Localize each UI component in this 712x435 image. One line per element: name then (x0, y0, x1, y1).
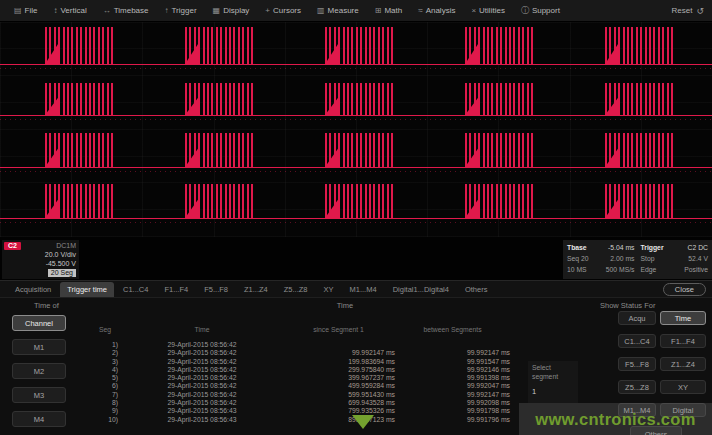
menu-item-timebase[interactable]: ↔Timebase (97, 4, 155, 17)
tab-f1-f4[interactable]: F1...F4 (157, 282, 195, 297)
tab-others[interactable]: Others (458, 282, 495, 297)
channel-badge: C2 (4, 242, 21, 250)
waveform-burst-segment (325, 184, 393, 218)
menu-item-utilities[interactable]: ×Utilities (465, 4, 510, 17)
menu-bar: ▤File↕Vertical↔Timebase↑Trigger▦Display+… (0, 0, 712, 22)
source-button-m4[interactable]: M4 (12, 411, 66, 427)
cell-seg: 2) (88, 349, 122, 357)
menu-item-file[interactable]: ▤File (8, 4, 43, 17)
menu-item-label: Measure (328, 6, 359, 15)
sample-rate: 500 MS/s (606, 264, 635, 275)
watermark-text: www.cntronics.com (535, 410, 695, 429)
source-button-m2[interactable]: M2 (12, 363, 66, 379)
cell-seg: 8) (88, 399, 122, 407)
waveform-burst-segment (605, 133, 673, 167)
cell-seg: 9) (88, 407, 122, 415)
cell-since-segment-1: 299.975840 ms (282, 366, 395, 374)
waveform-burst-segment (45, 133, 113, 167)
menu-item-support[interactable]: ⓘSupport (515, 3, 566, 18)
col-header-since: since Segment 1 (282, 325, 395, 335)
table-header-row: Seg Time since Segment 1 between Segment… (88, 325, 518, 335)
trigger-type: Edge (641, 264, 657, 275)
select-segment-field[interactable]: Select segment 1 (528, 361, 578, 403)
channel-volts-per-div: 20.0 V/div (4, 250, 76, 259)
watermark-triangle-icon (352, 415, 374, 429)
cell-between-segments: 99.992047 ms (395, 382, 510, 390)
table-row: 3)29-April-2015 08:56:42199.983694 ms99.… (88, 358, 518, 366)
analysis-icon: ≈ (418, 6, 422, 15)
trace-dotted-line (0, 171, 712, 172)
trigger-source: C2 DC (688, 242, 708, 253)
status-for-button-f5-f8[interactable]: F5...F8 (618, 357, 656, 371)
menu-item-label: Math (384, 6, 402, 15)
tab-xy[interactable]: XY (317, 282, 341, 297)
waveform-burst-segment (185, 133, 253, 167)
utilities-icon: × (471, 6, 476, 15)
tab-c1-c4[interactable]: C1...C4 (116, 282, 155, 297)
reset-label: Reset (672, 6, 693, 15)
source-button-channel[interactable]: Channel (12, 315, 66, 331)
menu-item-analysis[interactable]: ≈Analysis (412, 4, 461, 17)
tab-trigger-time[interactable]: Trigger time (60, 282, 114, 297)
status-for-button-c1-c4[interactable]: C1...C4 (618, 334, 656, 348)
trigger-label: Trigger (641, 242, 664, 253)
tab-z1-z4[interactable]: Z1...Z4 (237, 282, 275, 297)
menu-item-label: Vertical (60, 6, 86, 15)
tab-z5-z8[interactable]: Z5...Z8 (277, 282, 315, 297)
waveform-burst-segment (185, 184, 253, 218)
trigger-icon: ↑ (165, 6, 169, 15)
cell-between-segments: 99.991798 ms (395, 407, 510, 415)
cell-between-segments (395, 341, 510, 349)
cell-seg: 7) (88, 391, 122, 399)
menu-item-measure[interactable]: ▥Measure (311, 4, 365, 17)
table-body: 1)29-April-2015 08:56:422)29-April-2015 … (88, 341, 518, 424)
menu-item-cursors[interactable]: +Cursors (259, 4, 307, 17)
source-button-m3[interactable]: M3 (12, 387, 66, 403)
channel-descriptor[interactable]: C2 DC1M 20.0 V/div -45.500 V 20 Seg (2, 240, 79, 279)
status-for-button-z5-z8[interactable]: Z5...Z8 (618, 380, 656, 394)
waveform-burst-segment (325, 27, 393, 64)
timebase-trigger-descriptor[interactable]: Tbase -5.04 ms Seq 20 2.00 ms 10 MS 500 … (563, 240, 712, 279)
tab-digital1-digital4[interactable]: Digital1...Digital4 (386, 282, 456, 297)
waveform-burst-segment (45, 184, 113, 218)
status-for-button-time[interactable]: Time (660, 311, 706, 325)
cell-between-segments: 99.992146 ms (395, 366, 510, 374)
menu-item-trigger[interactable]: ↑Trigger (159, 4, 203, 17)
table-row: 8)29-April-2015 08:56:42699.943528 ms99.… (88, 399, 518, 407)
cell-time: 29-April-2015 08:56:42 (122, 399, 282, 407)
menu-item-vertical[interactable]: ↕Vertical (47, 4, 92, 17)
seq-label: Seq 20 (567, 253, 589, 264)
trace-baseline (0, 218, 712, 219)
sample-count: 10 MS (567, 264, 587, 275)
cell-between-segments: 99.991547 ms (395, 358, 510, 366)
col-header-time: Time (122, 325, 282, 335)
status-for-button-f1-f4[interactable]: F1...F4 (660, 334, 706, 348)
waveform-burst-segment (465, 133, 533, 167)
menu-item-math[interactable]: ⊞Math (369, 4, 409, 17)
menu-item-label: Cursors (273, 6, 301, 15)
table-row: 7)29-April-2015 08:56:42599.951430 ms99.… (88, 391, 518, 399)
tab-f5-f8[interactable]: F5...F8 (197, 282, 235, 297)
waveform-burst-segment (465, 83, 533, 115)
cell-between-segments: 99.991398 ms (395, 374, 510, 382)
trigger-mode: Stop (641, 253, 655, 264)
trace-dotted-line (0, 119, 712, 120)
waveform-burst-segment (465, 184, 533, 218)
trace-dotted-line (0, 222, 712, 223)
tab-acquisition[interactable]: Acquisition (8, 282, 58, 297)
trace-baseline (0, 64, 712, 65)
table-row: 10)29-April-2015 08:56:43899.927123 ms99… (88, 416, 518, 424)
menu-item-label: Trigger (172, 6, 197, 15)
status-for-button-xy[interactable]: XY (660, 380, 706, 394)
menu-item-label: Timebase (114, 6, 149, 15)
status-for-button-acqu[interactable]: Acqu (618, 311, 656, 325)
status-for-button-z1-z4[interactable]: Z1...Z4 (660, 357, 706, 371)
close-button[interactable]: Close (663, 283, 706, 296)
col-header-seg: Seg (88, 325, 122, 335)
source-button-m1[interactable]: M1 (12, 339, 66, 355)
tab-m1-m4[interactable]: M1...M4 (343, 282, 384, 297)
cell-time: 29-April-2015 08:56:42 (122, 358, 282, 366)
reset-control[interactable]: Reset ↺ (672, 6, 704, 16)
reset-icon: ↺ (696, 6, 704, 16)
menu-item-display[interactable]: ▦Display (207, 4, 256, 17)
